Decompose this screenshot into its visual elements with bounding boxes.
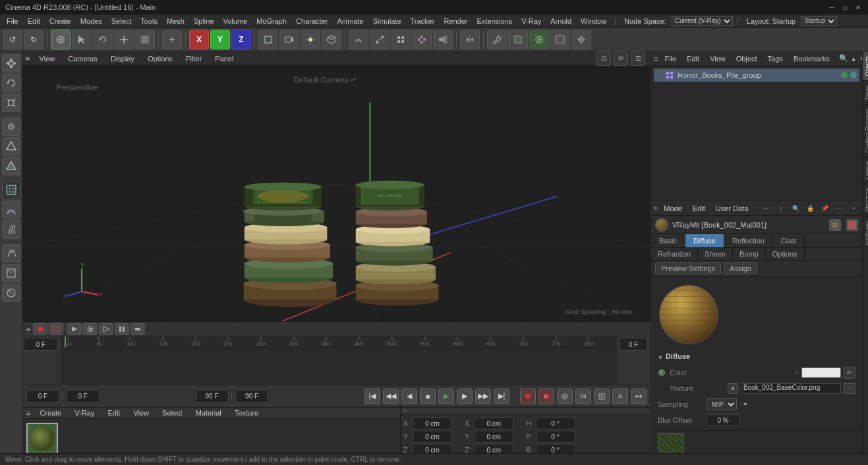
tl-record-btn[interactable] xyxy=(33,323,47,335)
attr-hamburger[interactable]: ≡ xyxy=(654,205,657,212)
obj-view[interactable]: View xyxy=(706,53,730,64)
frame-fps-input[interactable] xyxy=(235,390,268,403)
fields-btn[interactable] xyxy=(433,30,453,49)
vp-view[interactable]: View xyxy=(36,53,59,64)
coord-hamburger[interactable]: ≡ xyxy=(403,408,407,414)
vtab-takes[interactable]: Takes xyxy=(863,80,868,105)
tl-btn-3[interactable] xyxy=(99,323,113,335)
tl-btn-4[interactable] xyxy=(115,323,129,335)
menu-render[interactable]: Render xyxy=(440,16,471,26)
play-btn[interactable]: ▶ xyxy=(438,388,454,404)
mat-select[interactable]: Select xyxy=(158,408,187,418)
tl-btn-2[interactable] xyxy=(83,323,98,335)
redo-btn[interactable]: ↻ xyxy=(24,30,43,49)
obj-hamburger[interactable]: ≡ xyxy=(654,55,658,63)
attr-content[interactable]: ▼ Diffuse Color · · · · · · · · · › ✏ xyxy=(651,277,862,465)
axis-x-btn[interactable]: X xyxy=(189,30,209,49)
sidebar-hair-btn[interactable] xyxy=(2,220,20,239)
attr-subtab-bump[interactable]: Bump xyxy=(733,248,766,260)
tl-hamburger[interactable]: ≡ xyxy=(25,325,32,333)
menu-mograph[interactable]: MoGraph xyxy=(252,16,291,26)
sidebar-point-mode-btn[interactable] xyxy=(2,117,20,136)
sidebar-edge-mode-btn[interactable] xyxy=(2,137,20,156)
render-btn[interactable] xyxy=(529,30,549,49)
timeline-btn-3[interactable] xyxy=(594,388,610,404)
sidebar-move-btn[interactable] xyxy=(2,54,20,73)
null-obj-btn[interactable] xyxy=(258,30,278,49)
obj-object[interactable]: Object xyxy=(732,53,761,64)
undo-btn[interactable]: ↺ xyxy=(3,30,22,49)
render-to-po-btn[interactable] xyxy=(550,30,570,49)
preview-settings-btn[interactable]: Preview Settings xyxy=(655,263,721,274)
spline-tool-btn[interactable] xyxy=(370,30,390,49)
vtab-objects[interactable]: Objects xyxy=(863,51,868,80)
attr-mat-color-icon[interactable] xyxy=(846,219,858,231)
menu-tracker[interactable]: Tracker xyxy=(407,16,439,26)
coord-p-input[interactable] xyxy=(536,431,575,443)
next-key-btn[interactable]: ▶ xyxy=(457,388,473,404)
frame-end-input[interactable] xyxy=(196,390,229,403)
mat-view[interactable]: View xyxy=(129,408,153,418)
menu-volume[interactable]: Volume xyxy=(219,16,252,26)
stop-btn[interactable]: ■ xyxy=(420,388,436,404)
vp-filter[interactable]: Filter xyxy=(182,53,206,64)
menu-vray[interactable]: V-Ray xyxy=(517,16,545,26)
go-end-btn[interactable]: ▶| xyxy=(494,388,509,404)
sidebar-rotate-btn[interactable] xyxy=(2,74,20,92)
sidebar-scale-btn[interactable] xyxy=(2,94,20,112)
sidebar-texture-btn[interactable] xyxy=(2,181,20,199)
render-region-btn[interactable] xyxy=(508,30,528,49)
sidebar-body-paint-btn[interactable] xyxy=(2,284,20,302)
sampling-select[interactable]: MIP xyxy=(707,398,737,410)
attr-tab-basic[interactable]: Basic xyxy=(651,234,685,247)
attr-lock-icon[interactable]: 🔒 xyxy=(804,202,816,214)
menu-simulate[interactable]: Simulate xyxy=(369,16,405,26)
hamburger-icon[interactable]: ≡ xyxy=(25,53,30,63)
attr-mode[interactable]: Mode xyxy=(660,203,686,214)
menu-spline[interactable]: Spline xyxy=(190,16,218,26)
vtab-structure[interactable]: Structure xyxy=(863,183,868,216)
node-space-select[interactable]: Current (V-Ray) xyxy=(672,16,733,26)
axis-z-btn[interactable]: Z xyxy=(231,30,251,49)
rotate-btn[interactable] xyxy=(93,30,113,49)
prev-key-btn[interactable]: ◀ xyxy=(401,388,417,404)
next-frame-btn[interactable]: ▶▶ xyxy=(475,388,491,404)
attr-subtab-options[interactable]: Options xyxy=(766,248,805,260)
obj-tags[interactable]: Tags xyxy=(764,53,787,64)
end-frame-input[interactable] xyxy=(619,338,648,351)
blur-input[interactable] xyxy=(707,414,739,426)
attr-search-icon[interactable]: 🔍 xyxy=(790,202,801,214)
vp-display[interactable]: Display xyxy=(107,53,138,64)
more-btn[interactable] xyxy=(135,30,155,49)
attr-pin-icon[interactable]: 📌 xyxy=(819,202,830,214)
texture-browse-btn[interactable]: ··· xyxy=(844,383,855,394)
timeline-btn-2[interactable] xyxy=(575,388,591,404)
sidebar-uvw-btn[interactable] xyxy=(2,264,20,282)
axis-y-btn[interactable]: Y xyxy=(210,30,230,49)
menu-modes[interactable]: Modes xyxy=(76,16,106,26)
vp-options[interactable]: Options xyxy=(144,53,177,64)
mograph-btn[interactable] xyxy=(412,30,432,49)
coord-h-input[interactable] xyxy=(536,418,575,429)
frame-current-input[interactable] xyxy=(67,390,100,403)
texture-dropdown-btn[interactable]: ▼ xyxy=(728,383,738,394)
attr-subtab-refraction[interactable]: Refraction xyxy=(651,248,698,260)
attr-tab-coat[interactable]: Coat xyxy=(773,234,805,247)
menu-extensions[interactable]: Extensions xyxy=(473,16,516,26)
viewport[interactable]: ≡ View Cameras Display Options Filter Pa… xyxy=(22,51,651,321)
attr-tab-reflection[interactable]: Reflection xyxy=(724,234,773,247)
mat-create[interactable]: Create xyxy=(36,408,65,418)
tl-auto-key-btn[interactable] xyxy=(49,323,63,335)
sidebar-sculpt-btn[interactable] xyxy=(2,201,20,219)
menu-mesh[interactable]: Mesh xyxy=(163,16,188,26)
attr-edit[interactable]: Edit xyxy=(689,203,709,214)
diffuse-collapse[interactable]: ▼ Diffuse xyxy=(658,352,855,363)
obj-row-horror-books[interactable]: Horror_Books_Pile_group xyxy=(654,69,859,82)
menu-file[interactable]: File xyxy=(3,16,22,26)
go-start-btn[interactable]: |◀ xyxy=(364,388,380,404)
prev-frame-btn[interactable]: ◀◀ xyxy=(383,388,399,404)
color-pick-btn[interactable]: ✏ xyxy=(844,367,855,379)
vp-lock-btn[interactable]: ☲ xyxy=(631,51,645,66)
coord-x2-input[interactable] xyxy=(474,418,513,429)
menu-window[interactable]: Window xyxy=(577,16,610,26)
